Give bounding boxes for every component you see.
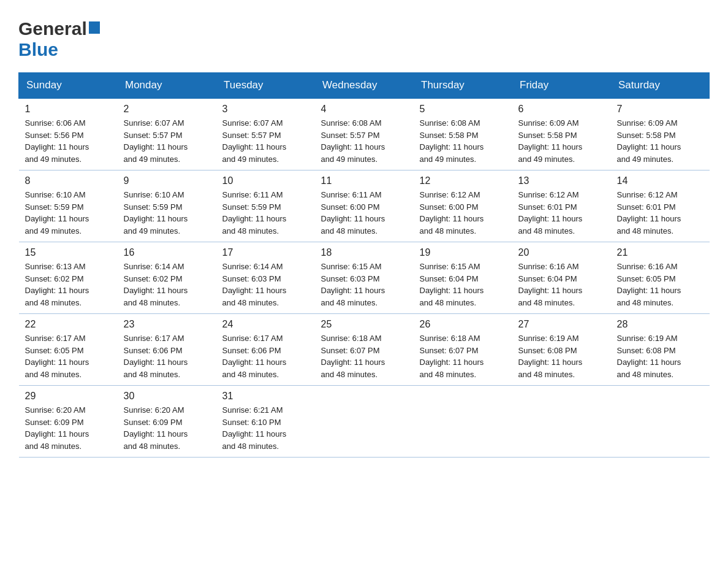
day-info: Sunrise: 6:11 AMSunset: 5:59 PMDaylight:…	[222, 190, 287, 236]
day-info: Sunrise: 6:06 AMSunset: 5:56 PMDaylight:…	[25, 118, 89, 164]
day-number: 13	[518, 175, 605, 186]
column-header-thursday: Thursday	[414, 73, 512, 99]
day-cell	[414, 386, 512, 458]
day-number: 7	[617, 104, 703, 115]
day-number: 18	[321, 247, 408, 258]
day-info: Sunrise: 6:11 AMSunset: 6:00 PMDaylight:…	[321, 190, 385, 236]
day-cell: 19 Sunrise: 6:15 AMSunset: 6:04 PMDaylig…	[414, 242, 512, 314]
day-cell: 20 Sunrise: 6:16 AMSunset: 6:04 PMDaylig…	[512, 242, 611, 314]
day-cell: 22 Sunrise: 6:17 AMSunset: 6:05 PMDaylig…	[19, 314, 118, 386]
day-cell	[611, 386, 710, 458]
day-info: Sunrise: 6:20 AMSunset: 6:09 PMDaylight:…	[25, 405, 89, 451]
day-cell: 25 Sunrise: 6:18 AMSunset: 6:07 PMDaylig…	[315, 314, 414, 386]
column-header-sunday: Sunday	[19, 73, 118, 99]
day-cell: 21 Sunrise: 6:16 AMSunset: 6:05 PMDaylig…	[611, 242, 710, 314]
day-number: 6	[518, 104, 605, 115]
day-cell: 7 Sunrise: 6:09 AMSunset: 5:58 PMDayligh…	[611, 98, 710, 170]
day-cell: 4 Sunrise: 6:08 AMSunset: 5:57 PMDayligh…	[315, 98, 414, 170]
day-info: Sunrise: 6:16 AMSunset: 6:04 PMDaylight:…	[518, 262, 583, 307]
day-info: Sunrise: 6:18 AMSunset: 6:07 PMDaylight:…	[321, 334, 385, 379]
day-info: Sunrise: 6:12 AMSunset: 6:01 PMDaylight:…	[617, 190, 681, 236]
day-number: 24	[222, 319, 309, 330]
column-header-monday: Monday	[118, 73, 216, 99]
day-info: Sunrise: 6:19 AMSunset: 6:08 PMDaylight:…	[617, 334, 681, 379]
day-number: 28	[617, 319, 703, 330]
day-info: Sunrise: 6:13 AMSunset: 6:02 PMDaylight:…	[25, 262, 89, 307]
day-cell: 26 Sunrise: 6:18 AMSunset: 6:07 PMDaylig…	[414, 314, 512, 386]
week-row-1: 1 Sunrise: 6:06 AMSunset: 5:56 PMDayligh…	[19, 98, 710, 170]
day-cell: 28 Sunrise: 6:19 AMSunset: 6:08 PMDaylig…	[611, 314, 710, 386]
day-cell: 24 Sunrise: 6:17 AMSunset: 6:06 PMDaylig…	[216, 314, 315, 386]
day-cell	[512, 386, 611, 458]
day-number: 8	[25, 175, 112, 186]
day-info: Sunrise: 6:14 AMSunset: 6:02 PMDaylight:…	[124, 262, 188, 307]
day-number: 21	[617, 247, 703, 258]
day-cell: 29 Sunrise: 6:20 AMSunset: 6:09 PMDaylig…	[19, 386, 118, 458]
day-cell: 17 Sunrise: 6:14 AMSunset: 6:03 PMDaylig…	[216, 242, 315, 314]
day-number: 29	[25, 391, 112, 402]
day-cell: 15 Sunrise: 6:13 AMSunset: 6:02 PMDaylig…	[19, 242, 118, 314]
day-number: 14	[617, 175, 703, 186]
day-cell: 9 Sunrise: 6:10 AMSunset: 5:59 PMDayligh…	[118, 170, 216, 242]
day-number: 27	[518, 319, 605, 330]
calendar-header: SundayMondayTuesdayWednesdayThursdayFrid…	[19, 73, 710, 99]
day-cell	[315, 386, 414, 458]
day-info: Sunrise: 6:10 AMSunset: 5:59 PMDaylight:…	[124, 190, 188, 236]
day-cell: 10 Sunrise: 6:11 AMSunset: 5:59 PMDaylig…	[216, 170, 315, 242]
week-row-4: 22 Sunrise: 6:17 AMSunset: 6:05 PMDaylig…	[19, 314, 710, 386]
day-number: 12	[420, 175, 506, 186]
day-info: Sunrise: 6:18 AMSunset: 6:07 PMDaylight:…	[420, 334, 484, 379]
column-header-saturday: Saturday	[611, 73, 710, 99]
day-cell: 16 Sunrise: 6:14 AMSunset: 6:02 PMDaylig…	[118, 242, 216, 314]
day-info: Sunrise: 6:09 AMSunset: 5:58 PMDaylight:…	[518, 118, 583, 164]
day-number: 31	[222, 391, 309, 402]
column-header-wednesday: Wednesday	[315, 73, 414, 99]
day-number: 9	[124, 175, 210, 186]
day-info: Sunrise: 6:09 AMSunset: 5:58 PMDaylight:…	[617, 118, 681, 164]
day-cell: 31 Sunrise: 6:21 AMSunset: 6:10 PMDaylig…	[216, 386, 315, 458]
logo-flag-icon	[89, 21, 100, 34]
day-info: Sunrise: 6:15 AMSunset: 6:04 PMDaylight:…	[420, 262, 484, 307]
column-header-tuesday: Tuesday	[216, 73, 315, 99]
day-info: Sunrise: 6:14 AMSunset: 6:03 PMDaylight:…	[222, 262, 287, 307]
day-cell: 27 Sunrise: 6:19 AMSunset: 6:08 PMDaylig…	[512, 314, 611, 386]
column-header-friday: Friday	[512, 73, 611, 99]
day-cell: 30 Sunrise: 6:20 AMSunset: 6:09 PMDaylig…	[118, 386, 216, 458]
day-cell: 3 Sunrise: 6:07 AMSunset: 5:57 PMDayligh…	[216, 98, 315, 170]
day-info: Sunrise: 6:16 AMSunset: 6:05 PMDaylight:…	[617, 262, 681, 307]
day-info: Sunrise: 6:07 AMSunset: 5:57 PMDaylight:…	[222, 118, 287, 164]
day-info: Sunrise: 6:21 AMSunset: 6:10 PMDaylight:…	[222, 405, 287, 451]
day-info: Sunrise: 6:19 AMSunset: 6:08 PMDaylight:…	[518, 334, 583, 379]
week-row-5: 29 Sunrise: 6:20 AMSunset: 6:09 PMDaylig…	[19, 386, 710, 458]
day-number: 26	[420, 319, 506, 330]
day-info: Sunrise: 6:08 AMSunset: 5:57 PMDaylight:…	[321, 118, 385, 164]
day-info: Sunrise: 6:07 AMSunset: 5:57 PMDaylight:…	[124, 118, 188, 164]
day-cell: 18 Sunrise: 6:15 AMSunset: 6:03 PMDaylig…	[315, 242, 414, 314]
day-number: 23	[124, 319, 210, 330]
day-number: 30	[124, 391, 210, 402]
day-number: 11	[321, 175, 408, 186]
day-number: 15	[25, 247, 112, 258]
day-number: 4	[321, 104, 408, 115]
day-number: 1	[25, 104, 112, 115]
day-info: Sunrise: 6:10 AMSunset: 5:59 PMDaylight:…	[25, 190, 89, 236]
week-row-3: 15 Sunrise: 6:13 AMSunset: 6:02 PMDaylig…	[19, 242, 710, 314]
logo-general-text: General	[18, 18, 87, 39]
day-number: 25	[321, 319, 408, 330]
day-cell: 13 Sunrise: 6:12 AMSunset: 6:01 PMDaylig…	[512, 170, 611, 242]
day-info: Sunrise: 6:17 AMSunset: 6:06 PMDaylight:…	[222, 334, 287, 379]
day-cell: 6 Sunrise: 6:09 AMSunset: 5:58 PMDayligh…	[512, 98, 611, 170]
day-cell: 23 Sunrise: 6:17 AMSunset: 6:06 PMDaylig…	[118, 314, 216, 386]
day-cell: 8 Sunrise: 6:10 AMSunset: 5:59 PMDayligh…	[19, 170, 118, 242]
day-cell: 1 Sunrise: 6:06 AMSunset: 5:56 PMDayligh…	[19, 98, 118, 170]
day-number: 10	[222, 175, 309, 186]
calendar-table: SundayMondayTuesdayWednesdayThursdayFrid…	[18, 72, 710, 458]
day-info: Sunrise: 6:17 AMSunset: 6:05 PMDaylight:…	[25, 334, 89, 379]
day-info: Sunrise: 6:12 AMSunset: 6:00 PMDaylight:…	[420, 190, 484, 236]
day-info: Sunrise: 6:08 AMSunset: 5:58 PMDaylight:…	[420, 118, 484, 164]
day-cell: 14 Sunrise: 6:12 AMSunset: 6:01 PMDaylig…	[611, 170, 710, 242]
day-cell: 5 Sunrise: 6:08 AMSunset: 5:58 PMDayligh…	[414, 98, 512, 170]
day-info: Sunrise: 6:15 AMSunset: 6:03 PMDaylight:…	[321, 262, 385, 307]
week-row-2: 8 Sunrise: 6:10 AMSunset: 5:59 PMDayligh…	[19, 170, 710, 242]
day-number: 17	[222, 247, 309, 258]
